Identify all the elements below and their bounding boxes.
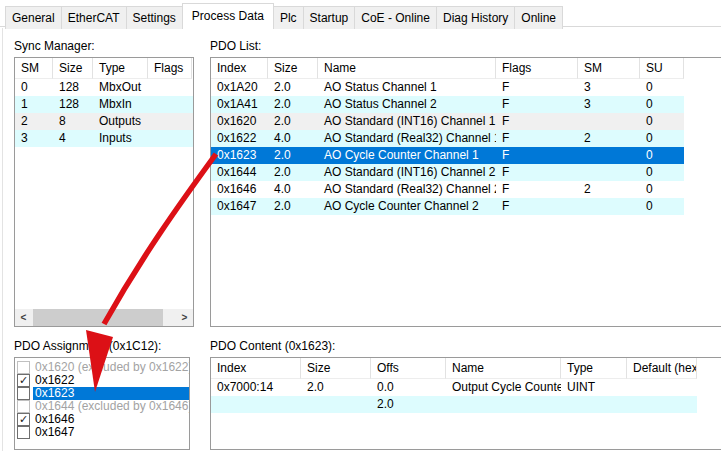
column-header-row: IndexSizeNameFlagsSMSU <box>211 58 721 79</box>
column-header[interactable]: Index <box>211 358 301 379</box>
pdo-assignment-label: PDO Assignment (0x1C12): <box>14 339 161 353</box>
table-cell: 2.0 <box>301 379 371 396</box>
table-cell: MbxIn <box>93 96 148 113</box>
tab-online[interactable]: Online <box>514 6 563 29</box>
column-header[interactable]: Flags <box>496 58 578 79</box>
table-cell: AO Standard (Real32) Channel 1 <box>318 130 496 147</box>
table-cell: 3 <box>578 96 640 113</box>
table-cell <box>148 113 192 130</box>
tab-process-data[interactable]: Process Data <box>182 3 274 29</box>
table-row[interactable]: 2.0 <box>211 396 697 413</box>
tab-settings[interactable]: Settings <box>126 6 183 29</box>
table-cell: UINT <box>561 379 627 396</box>
column-header[interactable]: Size <box>301 358 371 379</box>
column-header[interactable]: SU <box>640 58 684 79</box>
horizontal-scrollbar[interactable]: < > <box>15 309 193 326</box>
tab-general[interactable]: General <box>5 6 62 29</box>
table-cell: 2.0 <box>268 147 318 164</box>
table-cell: 2 <box>15 113 53 130</box>
pdo-content-label: PDO Content (0x1623): <box>210 339 335 353</box>
tab-coe-online[interactable]: CoE - Online <box>354 6 437 29</box>
column-header[interactable]: Default (hex) <box>627 358 697 379</box>
table-cell: 0x1646 <box>211 181 268 198</box>
pdo-assignment-item[interactable]: 0x1647 <box>17 426 189 439</box>
column-header[interactable]: Name <box>318 58 496 79</box>
tab-startup[interactable]: Startup <box>303 6 356 29</box>
column-header[interactable]: Size <box>53 58 93 79</box>
table-cell: MbxOut <box>93 79 148 96</box>
table-cell: AO Status Channel 1 <box>318 79 496 96</box>
table-row[interactable]: 28Outputs <box>15 113 193 130</box>
table-cell: Output Cycle Counter <box>446 379 561 396</box>
pdo-content-table: IndexSizeOffsNameTypeDefault (hex)0x7000… <box>210 357 721 450</box>
table-row[interactable]: 0x16442.0AO Standard (INT16) Channel 2F0 <box>211 164 684 181</box>
column-header[interactable]: Type <box>561 358 627 379</box>
table-cell: 2.0 <box>268 198 318 215</box>
checkbox[interactable]: ✓ <box>17 374 30 387</box>
scroll-left-icon[interactable]: < <box>15 309 32 326</box>
table-cell: Outputs <box>93 113 148 130</box>
table-cell: F <box>496 79 578 96</box>
table-row[interactable]: 0x16232.0AO Cycle Counter Channel 1F0 <box>211 147 684 164</box>
table-row[interactable]: 0x16464.0AO Standard (Real32) Channel 2F… <box>211 181 684 198</box>
table-cell <box>578 164 640 181</box>
table-cell: 2.0 <box>268 96 318 113</box>
table-row[interactable]: 0x1A202.0AO Status Channel 1F30 <box>211 79 684 96</box>
table-cell: 2 <box>578 181 640 198</box>
table-cell: 0x1644 <box>211 164 268 181</box>
table-row[interactable]: 0x16202.0AO Standard (INT16) Channel 1F0 <box>211 113 684 130</box>
column-header[interactable]: Size <box>268 58 318 79</box>
tab-bar: GeneralEtherCATSettingsProcess DataPlcSt… <box>5 5 562 29</box>
table-cell: AO Standard (Real32) Channel 2 <box>318 181 496 198</box>
tab-ethercat[interactable]: EtherCAT <box>61 6 127 29</box>
table-cell <box>148 96 192 113</box>
checkbox[interactable] <box>17 387 30 400</box>
scrollbar-thumb[interactable] <box>33 309 163 326</box>
scrollbar-track[interactable] <box>32 309 176 326</box>
column-header[interactable]: Type <box>93 58 148 79</box>
column-header[interactable]: SM <box>15 58 53 79</box>
table-row[interactable]: 34Inputs <box>15 130 193 147</box>
table-row[interactable]: 0x16224.0AO Standard (Real32) Channel 1F… <box>211 130 684 147</box>
table-cell: AO Status Channel 2 <box>318 96 496 113</box>
tab-plc[interactable]: Plc <box>273 6 304 29</box>
column-header[interactable]: Name <box>446 358 561 379</box>
table-cell: 2.0 <box>268 164 318 181</box>
table-cell <box>148 130 192 147</box>
column-header-row: IndexSizeOffsNameTypeDefault (hex) <box>211 358 721 379</box>
table-cell: 0x1623 <box>211 147 268 164</box>
table-cell: 1 <box>15 96 53 113</box>
table-cell: 0 <box>640 147 684 164</box>
table-row[interactable]: 0x7000:142.00.0Output Cycle CounterUINT <box>211 379 697 396</box>
table-cell: 0 <box>640 130 684 147</box>
process-data-panel: GeneralEtherCATSettingsProcess DataPlcSt… <box>0 0 721 451</box>
table-cell: 3 <box>15 130 53 147</box>
table-row[interactable]: 0x1A412.0AO Status Channel 2F30 <box>211 96 684 113</box>
column-header[interactable]: Index <box>211 58 268 79</box>
checkbox[interactable] <box>17 361 30 374</box>
table-cell: 0x1A41 <box>211 96 268 113</box>
table-cell: 0 <box>640 181 684 198</box>
scroll-right-icon[interactable]: > <box>176 309 193 326</box>
table-cell <box>148 79 192 96</box>
table-cell: 0x7000:14 <box>211 379 301 396</box>
column-header[interactable]: SM <box>578 58 640 79</box>
pdo-list-label: PDO List: <box>210 39 261 53</box>
column-header[interactable]: Offs <box>371 358 446 379</box>
column-header[interactable]: Flags <box>148 58 192 79</box>
table-cell: 0 <box>15 79 53 96</box>
checkbox[interactable]: ✓ <box>17 413 30 426</box>
table-row[interactable]: 1128MbxIn <box>15 96 193 113</box>
table-cell: 0 <box>640 96 684 113</box>
tab-diag-history[interactable]: Diag History <box>436 6 515 29</box>
pdo-list-table: IndexSizeNameFlagsSMSU0x1A202.0AO Status… <box>210 57 721 327</box>
table-cell <box>211 396 301 413</box>
table-cell: 8 <box>53 113 93 130</box>
table-cell <box>627 379 697 396</box>
table-cell: Inputs <box>93 130 148 147</box>
checkbox[interactable] <box>17 400 30 413</box>
table-cell: 0x1622 <box>211 130 268 147</box>
checkbox[interactable] <box>17 426 30 439</box>
table-row[interactable]: 0x16472.0AO Cycle Counter Channel 2F0 <box>211 198 684 215</box>
table-row[interactable]: 0128MbxOut <box>15 79 193 96</box>
